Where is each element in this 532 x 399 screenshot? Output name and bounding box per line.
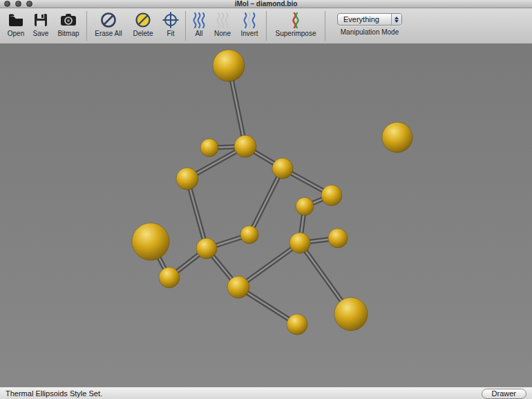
atom-sphere[interactable] <box>334 298 368 331</box>
atom-sphere[interactable] <box>321 185 342 206</box>
popup-arrows-icon <box>391 14 401 25</box>
status-message: Thermal Ellipsoids Style Set. <box>6 389 102 398</box>
atom-sphere[interactable] <box>328 228 348 248</box>
bitmap-button[interactable]: Bitmap <box>53 10 84 37</box>
erase-all-label: Erase All <box>95 30 122 37</box>
manipulation-mode-value: Everything <box>343 15 379 23</box>
superimpose-icon <box>287 11 305 29</box>
save-button[interactable]: Save <box>29 10 53 37</box>
invert-selection-button[interactable]: Invert <box>235 10 264 37</box>
titlebar: iMol – diamond.bio <box>0 0 532 8</box>
toolbar-group-file: Open Save Bitmap <box>3 10 84 37</box>
toolbar-separator <box>86 11 87 41</box>
toolbar-group-select: All None <box>188 10 264 37</box>
toolbar-group-superimpose: Superimpose <box>269 10 323 37</box>
atom-sphere[interactable] <box>159 267 180 288</box>
molecule-svg[interactable] <box>0 44 532 387</box>
atom-sphere[interactable] <box>200 139 218 157</box>
invert-selection-label: Invert <box>240 30 258 37</box>
manipulation-mode-popup[interactable]: Everything <box>337 13 402 26</box>
open-label: Open <box>8 30 24 37</box>
manipulation-mode-group: Everything Manipulation Mode <box>327 10 412 36</box>
atom-sphere[interactable] <box>196 238 217 259</box>
toolbar: Open Save Bitmap Erase All <box>0 8 532 44</box>
atom-sphere[interactable] <box>272 158 293 179</box>
camera-icon <box>59 11 77 29</box>
erase-all-icon <box>99 11 117 29</box>
select-none-button[interactable]: None <box>210 10 235 37</box>
bond <box>249 168 283 235</box>
bitmap-label: Bitmap <box>57 30 79 37</box>
atom-sphere[interactable] <box>240 226 258 244</box>
fit-button[interactable]: Fit <box>158 10 183 37</box>
toolbar-separator <box>325 11 325 41</box>
save-label: Save <box>33 30 49 37</box>
molecule-viewport[interactable] <box>0 44 532 387</box>
statusbar: Thermal Ellipsoids Style Set. Drawer <box>0 387 532 399</box>
select-none-label: None <box>214 30 231 37</box>
atom-sphere[interactable] <box>132 223 169 260</box>
window-title: iMol – diamond.bio <box>0 0 532 8</box>
atom-sphere[interactable] <box>227 276 249 298</box>
save-icon <box>32 11 50 29</box>
app-window: iMol – diamond.bio Open Save Bitmap <box>0 0 532 399</box>
drawer-button[interactable]: Drawer <box>482 389 526 399</box>
atom-sphere[interactable] <box>287 314 307 335</box>
manipulation-mode-label: Manipulation Mode <box>341 28 399 36</box>
delete-button[interactable]: Delete <box>128 10 158 37</box>
toolbar-group-edit: Erase All Delete Fit <box>89 10 183 37</box>
erase-all-button[interactable]: Erase All <box>89 10 128 37</box>
superimpose-button[interactable]: Superimpose <box>269 10 323 37</box>
atom-sphere[interactable] <box>382 122 412 153</box>
select-all-label: All <box>195 30 202 37</box>
invert-selection-icon <box>240 11 258 29</box>
select-none-icon <box>213 11 231 29</box>
atom-sphere[interactable] <box>289 233 310 253</box>
select-all-icon <box>190 11 208 29</box>
toolbar-separator <box>185 11 186 41</box>
superimpose-label: Superimpose <box>276 30 316 37</box>
toolbar-separator <box>266 11 267 41</box>
delete-icon <box>134 11 152 29</box>
atom-sphere[interactable] <box>213 50 245 81</box>
open-button[interactable]: Open <box>3 10 29 37</box>
select-all-button[interactable]: All <box>188 10 210 37</box>
atom-sphere[interactable] <box>296 197 314 215</box>
fit-icon <box>162 11 180 29</box>
delete-label: Delete <box>133 30 153 37</box>
atom-sphere[interactable] <box>234 135 256 157</box>
open-icon <box>7 11 25 29</box>
atom-sphere[interactable] <box>176 168 198 190</box>
fit-label: Fit <box>167 30 174 37</box>
